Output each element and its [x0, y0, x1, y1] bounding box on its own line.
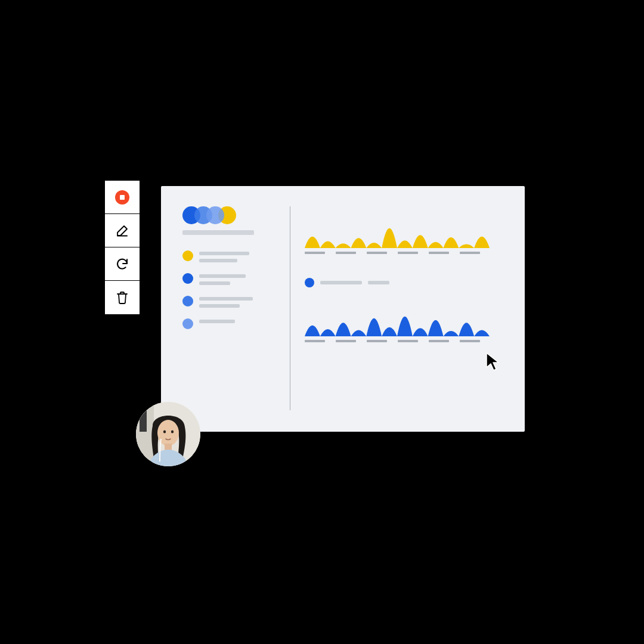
- list-item: [182, 318, 281, 329]
- trash-icon: [116, 290, 129, 305]
- redo-button[interactable]: [105, 247, 140, 281]
- shared-screen-canvas: [161, 186, 525, 432]
- axis-tick: [429, 252, 449, 254]
- text-placeholder: [199, 274, 246, 278]
- text-placeholder: [199, 259, 237, 262]
- stop-record-button[interactable]: [105, 181, 140, 214]
- text-placeholder: [199, 297, 253, 301]
- axis-tick: [336, 252, 356, 254]
- chart-top: [305, 206, 503, 254]
- text-placeholder: [199, 304, 240, 308]
- text-placeholder: [368, 281, 389, 284]
- svg-rect-1: [120, 195, 125, 200]
- axis-tick: [336, 340, 356, 342]
- title-placeholder: [182, 230, 254, 235]
- axis-tick: [367, 340, 387, 342]
- list-item: [182, 296, 281, 308]
- text-placeholder: [320, 281, 362, 284]
- svg-rect-5: [140, 404, 147, 432]
- svg-point-8: [171, 430, 174, 433]
- recording-toolbar: [104, 180, 140, 315]
- delete-button[interactable]: [105, 281, 140, 314]
- axis-tick: [398, 252, 418, 254]
- cursor-icon: [485, 352, 502, 374]
- list-item: [182, 273, 281, 285]
- pencil-icon: [115, 224, 129, 238]
- list-item: [182, 250, 281, 262]
- text-placeholder: [199, 320, 235, 323]
- presenter-webcam[interactable]: [136, 402, 200, 466]
- axis-tick: [460, 252, 480, 254]
- brand-circles: [182, 206, 281, 224]
- stop-record-icon: [114, 190, 130, 205]
- list-dot: [182, 296, 193, 306]
- dashboard-sidebar: [182, 206, 290, 415]
- annotate-button[interactable]: [105, 214, 140, 247]
- text-placeholder: [199, 281, 230, 285]
- text-placeholder: [199, 252, 249, 255]
- vertical-divider: [290, 206, 290, 410]
- axis-tick: [305, 340, 325, 342]
- svg-point-7: [163, 430, 166, 433]
- axis-tick: [429, 340, 449, 342]
- svg-rect-4: [136, 402, 154, 466]
- metric-list: [182, 250, 281, 329]
- legend-dot: [305, 278, 314, 287]
- redo-icon: [115, 257, 129, 271]
- axis-tick: [305, 252, 325, 254]
- chart-bottom: [305, 278, 503, 342]
- chart-legend: [305, 278, 503, 287]
- list-dot: [182, 250, 193, 261]
- logo-circle: [206, 206, 224, 224]
- list-dot: [182, 273, 193, 284]
- dashboard-charts: [305, 206, 503, 415]
- axis-tick: [398, 340, 418, 342]
- axis-tick: [367, 252, 387, 254]
- axis-tick: [460, 340, 480, 342]
- list-dot: [182, 318, 193, 329]
